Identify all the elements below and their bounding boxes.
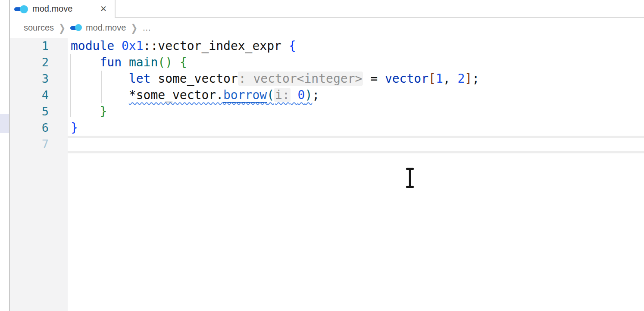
chevron-right-icon: ❯ xyxy=(59,22,66,34)
code-token: ) xyxy=(305,88,312,102)
line-number: 1 xyxy=(10,38,68,54)
code-token: } xyxy=(71,121,78,135)
code-line[interactable]: 6} xyxy=(10,120,644,136)
code-token: () xyxy=(158,55,172,69)
code-token: some_vector xyxy=(150,72,238,86)
code-token: ::vector_index_expr xyxy=(144,39,289,53)
code-rows: 1module 0x1::vector_index_expr {2 fun ma… xyxy=(10,38,644,152)
code-token: = xyxy=(363,72,385,86)
tab-bar: mod.move ✕ xyxy=(10,0,644,18)
code-line-content: } xyxy=(68,120,78,136)
code-line-content: *some_vector.borrow(i: 0); xyxy=(68,87,319,103)
code-token xyxy=(291,88,298,102)
code-line[interactable]: 7 xyxy=(10,136,644,152)
line-number: 3 xyxy=(10,71,68,87)
inlay-hint-type: : vector<integer> xyxy=(238,72,363,86)
code-token: ( xyxy=(267,88,274,102)
tab-label: mod.move xyxy=(32,4,72,14)
code-token xyxy=(122,55,129,69)
move-language-icon xyxy=(14,4,28,14)
scrollbar-track xyxy=(0,0,9,311)
line-number: 4 xyxy=(10,87,68,103)
code-token xyxy=(71,55,100,69)
line-number: 6 xyxy=(10,120,68,136)
tab-mod-move[interactable]: mod.move ✕ xyxy=(10,0,116,18)
editor-group: mod.move ✕ sources ❯ mod.move ❯ … 1modul… xyxy=(10,0,644,311)
line-number: 2 xyxy=(10,54,68,71)
code-line[interactable]: 2 fun main() { xyxy=(10,54,644,71)
code-line[interactable]: 3 let some_vector: vector<integer> = vec… xyxy=(10,71,644,87)
line-number: 5 xyxy=(10,103,68,120)
borrow-method-link: borrow xyxy=(223,88,267,103)
code-token: vector xyxy=(385,72,428,86)
code-token: { xyxy=(180,55,187,69)
code-token: [ xyxy=(428,72,436,86)
code-line-content: let some_vector: vector<integer> = vecto… xyxy=(68,71,479,87)
code-token xyxy=(114,39,122,53)
code-token: ; xyxy=(472,72,479,86)
code-line-content: fun main() { xyxy=(68,54,187,71)
inlay-hint-param: i: xyxy=(274,88,291,102)
code-token xyxy=(172,55,180,69)
code-token xyxy=(71,88,129,102)
breadcrumb-item-ellipsis[interactable]: … xyxy=(142,23,151,33)
chevron-right-icon: ❯ xyxy=(131,22,138,34)
breadcrumb-item-filename[interactable]: mod.move xyxy=(86,23,126,33)
code-token: 0 xyxy=(298,88,305,102)
code-line[interactable]: 1module 0x1::vector_index_expr { xyxy=(10,38,644,54)
breadcrumb-item-sources[interactable]: sources xyxy=(24,23,54,33)
code-line[interactable]: 5 } xyxy=(10,103,644,120)
code-line-content xyxy=(68,136,71,152)
code-line-content: } xyxy=(68,103,107,120)
code-line[interactable]: 4 *some_vector.borrow(i: 0); xyxy=(10,87,644,103)
code-line-content: module 0x1::vector_index_expr { xyxy=(68,38,296,54)
code-token: 2 xyxy=(457,72,465,86)
line-number: 7 xyxy=(10,136,68,152)
scrollbar-thumb[interactable] xyxy=(0,114,9,133)
code-token: ; xyxy=(312,88,319,102)
code-token: } xyxy=(100,104,107,118)
code-token: let xyxy=(129,72,151,86)
code-token: 0x1 xyxy=(122,39,144,53)
code-token: ] xyxy=(465,72,472,86)
code-token xyxy=(71,72,129,86)
code-token: , xyxy=(443,72,458,86)
code-token: 1 xyxy=(436,72,443,86)
move-language-icon xyxy=(70,24,82,32)
code-token: module xyxy=(71,39,114,53)
code-token: { xyxy=(289,39,296,53)
warning-underline-span: *some_vector.borrow(i: 0) xyxy=(129,88,312,103)
close-icon[interactable]: ✕ xyxy=(99,4,108,14)
code-token: fun xyxy=(100,55,122,69)
code-editor[interactable]: 1module 0x1::vector_index_expr {2 fun ma… xyxy=(10,38,644,311)
function-name: main xyxy=(129,55,158,69)
breadcrumb: sources ❯ mod.move ❯ … xyxy=(10,18,644,38)
code-token xyxy=(71,104,100,118)
code-token: *some_vector. xyxy=(129,88,223,102)
